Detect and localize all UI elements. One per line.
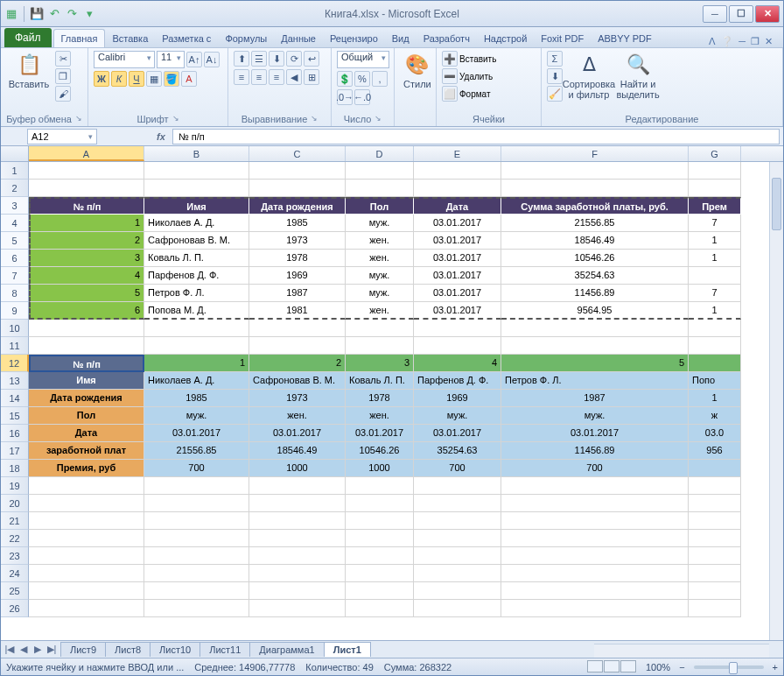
cell-C11[interactable] bbox=[249, 337, 346, 355]
cell-E3[interactable]: Дата bbox=[414, 197, 501, 215]
cell-E12[interactable]: 4 bbox=[414, 355, 501, 372]
cell-F20[interactable] bbox=[501, 495, 689, 512]
cell-B14[interactable]: 1985 bbox=[144, 390, 249, 407]
cell-D8[interactable]: муж. bbox=[346, 285, 414, 302]
orientation-icon[interactable]: ⟳ bbox=[286, 51, 302, 67]
cell-C18[interactable]: 1000 bbox=[249, 460, 346, 477]
row-header-4[interactable]: 4 bbox=[1, 215, 29, 232]
row-header-6[interactable]: 6 bbox=[1, 250, 29, 267]
cell-C5[interactable]: 1973 bbox=[249, 232, 346, 250]
cell-C7[interactable]: 1969 bbox=[249, 267, 346, 285]
merge-button[interactable]: ⊞ bbox=[304, 69, 319, 85]
cell-B7[interactable]: Парфенов Д. Ф. bbox=[144, 267, 249, 285]
cell-F18[interactable]: 700 bbox=[501, 460, 689, 477]
view-buttons[interactable] bbox=[587, 660, 637, 674]
maximize-button[interactable]: ☐ bbox=[729, 5, 753, 23]
zoom-level[interactable]: 100% bbox=[646, 662, 670, 672]
cell-B11[interactable] bbox=[144, 337, 249, 355]
cell-E16[interactable]: 03.01.2017 bbox=[414, 425, 501, 442]
cell-D14[interactable]: 1978 bbox=[346, 390, 414, 407]
cell-B20[interactable] bbox=[144, 495, 249, 512]
number-format-select[interactable]: Общий bbox=[337, 51, 389, 68]
cell-D15[interactable]: жен. bbox=[346, 407, 414, 425]
cell-E10[interactable] bbox=[414, 320, 501, 337]
cell-A4[interactable]: 1 bbox=[29, 215, 144, 232]
cell-D24[interactable] bbox=[346, 565, 414, 582]
wrap-text-icon[interactable]: ↩ bbox=[304, 51, 319, 67]
tab-home[interactable]: Главная bbox=[53, 29, 106, 47]
cell-G25[interactable] bbox=[689, 582, 741, 600]
cell-F9[interactable]: 9564.95 bbox=[501, 302, 689, 320]
tab-nav-prev-icon[interactable]: ◀ bbox=[17, 644, 31, 655]
cell-F3[interactable]: Сумма заработной платы, руб. bbox=[501, 197, 689, 215]
cell-F2[interactable] bbox=[501, 180, 689, 197]
cell-D12[interactable]: 3 bbox=[346, 355, 414, 372]
tab-formulas[interactable]: Формулы bbox=[218, 30, 274, 47]
row-header-24[interactable]: 24 bbox=[1, 565, 29, 582]
cell-G24[interactable] bbox=[689, 565, 741, 582]
zoom-out-icon[interactable]: − bbox=[679, 662, 684, 672]
cell-G17[interactable]: 956 bbox=[689, 442, 741, 460]
cell-A16[interactable]: Дата bbox=[29, 425, 144, 442]
cell-C13[interactable]: Сафроновав В. М. bbox=[249, 372, 346, 390]
cell-F13[interactable]: Петров Ф. Л. bbox=[501, 372, 689, 390]
align-right-icon[interactable]: ≡ bbox=[269, 69, 284, 85]
col-header-E[interactable]: E bbox=[414, 146, 501, 161]
cell-C21[interactable] bbox=[249, 512, 346, 530]
row-header-20[interactable]: 20 bbox=[1, 495, 29, 512]
cell-C12[interactable]: 2 bbox=[249, 355, 346, 372]
cell-G4[interactable]: 7 bbox=[689, 215, 741, 232]
save-icon[interactable]: 💾 bbox=[30, 7, 44, 21]
tab-view[interactable]: Вид bbox=[385, 30, 416, 47]
cell-C19[interactable] bbox=[249, 477, 346, 495]
sheet-tab-Лист8[interactable]: Лист8 bbox=[105, 642, 150, 657]
clipboard-launcher-icon[interactable]: ↘ bbox=[75, 114, 82, 124]
row-header-1[interactable]: 1 bbox=[1, 162, 29, 180]
format-painter-icon[interactable]: 🖌 bbox=[55, 86, 71, 102]
cell-B3[interactable]: Имя bbox=[144, 197, 249, 215]
insert-cells-label[interactable]: Вставить bbox=[459, 54, 496, 64]
cell-G6[interactable]: 1 bbox=[689, 250, 741, 267]
cell-B10[interactable] bbox=[144, 320, 249, 337]
copy-icon[interactable]: ❐ bbox=[55, 68, 71, 84]
row-header-9[interactable]: 9 bbox=[1, 302, 29, 320]
close-button[interactable]: ✕ bbox=[755, 5, 780, 23]
row-header-22[interactable]: 22 bbox=[1, 530, 29, 547]
cell-A3[interactable]: № п/п bbox=[29, 197, 144, 215]
comma-icon[interactable]: , bbox=[372, 71, 388, 87]
align-bottom-icon[interactable]: ⬇ bbox=[269, 51, 284, 67]
tab-review[interactable]: Рецензиро bbox=[323, 30, 385, 47]
decrease-decimal-icon[interactable]: ←.0 bbox=[354, 89, 370, 105]
cell-C20[interactable] bbox=[249, 495, 346, 512]
cell-A13[interactable]: Имя bbox=[29, 372, 144, 390]
cell-E24[interactable] bbox=[414, 565, 501, 582]
cell-E20[interactable] bbox=[414, 495, 501, 512]
fill-color-button[interactable]: 🪣 bbox=[164, 71, 179, 87]
cell-C15[interactable]: жен. bbox=[249, 407, 346, 425]
row-header-5[interactable]: 5 bbox=[1, 232, 29, 250]
name-box[interactable]: A12 bbox=[27, 129, 97, 144]
clear-icon[interactable]: 🧹 bbox=[547, 86, 563, 102]
cell-F22[interactable] bbox=[501, 530, 689, 547]
decrease-font-icon[interactable]: A↓ bbox=[204, 52, 220, 67]
cell-E25[interactable] bbox=[414, 582, 501, 600]
cell-C14[interactable]: 1973 bbox=[249, 390, 346, 407]
row-header-2[interactable]: 2 bbox=[1, 180, 29, 197]
cell-C3[interactable]: Дата рождения bbox=[249, 197, 346, 215]
cell-A6[interactable]: 3 bbox=[29, 250, 144, 267]
tab-nav-next-icon[interactable]: ▶ bbox=[31, 644, 45, 655]
cell-F23[interactable] bbox=[501, 547, 689, 565]
find-select-button[interactable]: 🔍Найти и выделить bbox=[615, 51, 661, 102]
minimize-button[interactable]: ─ bbox=[703, 5, 727, 23]
cell-D6[interactable]: жен. bbox=[346, 250, 414, 267]
sheet-tab-Лист10[interactable]: Лист10 bbox=[150, 642, 200, 657]
redo-icon[interactable]: ↷ bbox=[65, 7, 79, 21]
cell-G9[interactable]: 1 bbox=[689, 302, 741, 320]
cell-A18[interactable]: Премия, руб bbox=[29, 460, 144, 477]
fill-icon[interactable]: ⬇ bbox=[547, 68, 563, 84]
cell-A25[interactable] bbox=[29, 582, 144, 600]
zoom-slider[interactable] bbox=[694, 665, 764, 669]
col-header-A[interactable]: A bbox=[29, 146, 144, 161]
cell-G8[interactable]: 7 bbox=[689, 285, 741, 302]
spreadsheet-grid[interactable]: ABCDEFG 12345678910111213141516171819202… bbox=[1, 146, 783, 640]
